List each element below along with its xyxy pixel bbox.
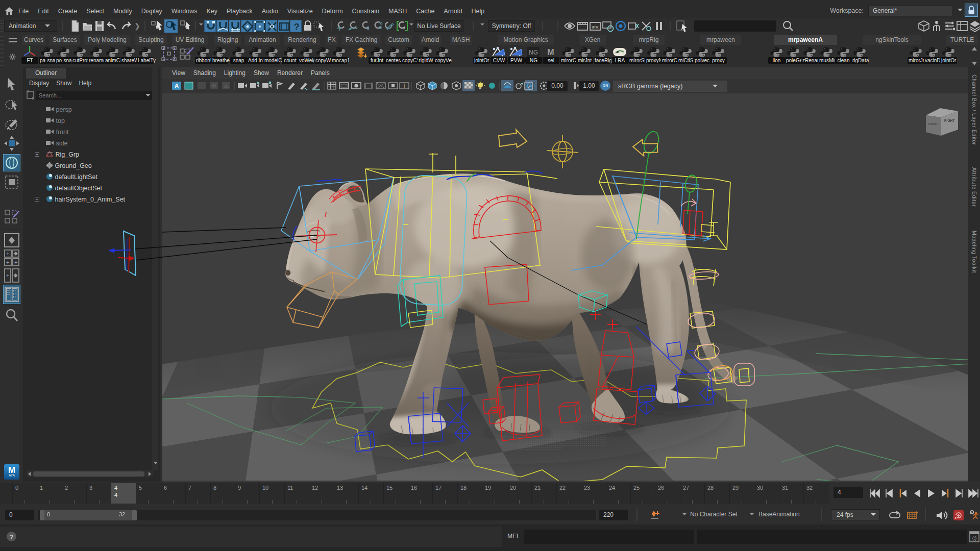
- svg-text:NG: NG: [529, 49, 538, 56]
- svg-text:T: T: [403, 83, 406, 89]
- svg-text:+: +: [6, 259, 9, 265]
- svg-text:+: +: [6, 251, 9, 257]
- svg-text:+: +: [14, 259, 17, 265]
- svg-text:?: ?: [293, 21, 300, 32]
- svg-text:IPR: IPR: [592, 25, 599, 30]
- svg-text:{:}: {:}: [972, 536, 977, 541]
- svg-text:M: M: [547, 48, 554, 57]
- svg-text:A: A: [175, 83, 179, 90]
- svg-text:?: ?: [10, 533, 14, 541]
- svg-text:+: +: [6, 272, 9, 279]
